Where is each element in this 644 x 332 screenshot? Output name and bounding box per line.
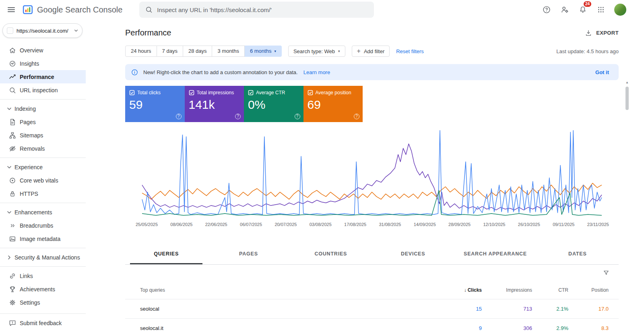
sidebar-item-overview[interactable]: Overview bbox=[0, 44, 86, 57]
sidebar-item-settings[interactable]: Settings bbox=[0, 296, 86, 309]
range-chip-6-months[interactable]: 6 months ▾ bbox=[245, 46, 282, 57]
table-row[interactable]: seolocal 15 713 2.1% 17.0 bbox=[125, 299, 619, 319]
download-icon bbox=[584, 29, 592, 37]
help-button[interactable] bbox=[539, 2, 555, 18]
performance-chart[interactable]: 25/05/2025 08/06/2025 22/06/2025 06/07/2… bbox=[125, 122, 619, 227]
ctr-cell: 2.9% bbox=[532, 325, 568, 331]
column-impressions[interactable]: Impressions bbox=[482, 287, 532, 293]
banner-text: New! Right-click the chart to add a cust… bbox=[143, 69, 298, 75]
range-chip-24-hours[interactable]: 24 hours bbox=[125, 46, 157, 57]
query-cell: seolocal.it bbox=[140, 325, 433, 331]
sidebar: https://seolocal.it.com/ Overview Insigh… bbox=[0, 19, 86, 332]
url-inspect-searchbox[interactable] bbox=[139, 2, 374, 18]
checkbox-checked-icon[interactable] bbox=[248, 90, 254, 95]
tab-search-appearance[interactable]: SEARCH APPEARANCE bbox=[454, 244, 536, 264]
reset-filters-link[interactable]: Reset filters bbox=[396, 48, 424, 54]
google-apps-button[interactable] bbox=[593, 2, 609, 18]
ctr-cell: 2.1% bbox=[532, 306, 568, 312]
scrollbar-thumb[interactable] bbox=[625, 87, 629, 110]
help-icon[interactable]: ? bbox=[354, 114, 359, 119]
sidebar-section-indexing[interactable]: Indexing bbox=[0, 102, 86, 115]
column-position[interactable]: Position bbox=[568, 287, 609, 293]
dimension-tabs: QUERIES PAGES COUNTRIES DEVICES SEARCH A… bbox=[125, 244, 619, 265]
average-position-card[interactable]: Average position 69 ? bbox=[303, 86, 363, 122]
sitemap-icon bbox=[8, 131, 17, 139]
sidebar-divider bbox=[0, 203, 86, 203]
range-chip-28-days[interactable]: 28 days bbox=[183, 46, 213, 57]
clicks-cell: 15 bbox=[433, 306, 482, 312]
search-console-logo-icon bbox=[23, 4, 33, 15]
chart-x-axis: 25/05/2025 08/06/2025 22/06/2025 06/07/2… bbox=[125, 221, 619, 227]
feedback-icon bbox=[8, 319, 17, 327]
average-ctr-card[interactable]: Average CTR 0% ? bbox=[244, 86, 303, 122]
magnifier-icon bbox=[8, 86, 17, 94]
sidebar-divider bbox=[0, 158, 86, 158]
column-clicks-sorted[interactable]: ↓Clicks bbox=[433, 287, 482, 293]
funnel-filter-icon[interactable] bbox=[603, 269, 610, 276]
add-filter-chip[interactable]: + Add filter bbox=[352, 46, 390, 57]
user-settings-icon bbox=[560, 5, 569, 14]
search-icon bbox=[145, 6, 153, 14]
scrollbar-up-arrow[interactable]: ▲ bbox=[625, 81, 630, 85]
range-chip-3-months[interactable]: 3 months bbox=[212, 46, 244, 57]
help-icon[interactable]: ? bbox=[295, 114, 300, 119]
chevron-down-icon bbox=[7, 210, 12, 215]
sidebar-item-breadcrumbs[interactable]: Breadcrumbs bbox=[0, 219, 86, 232]
range-chip-7-days[interactable]: 7 days bbox=[157, 46, 183, 57]
export-button[interactable]: EXPORT bbox=[584, 29, 619, 37]
sidebar-item-pages[interactable]: Pages bbox=[0, 115, 86, 129]
chevron-down-icon bbox=[7, 106, 12, 111]
checkbox-checked-icon[interactable] bbox=[129, 90, 135, 95]
sidebar-section-enhancements[interactable]: Enhancements bbox=[0, 205, 86, 219]
help-icon[interactable]: ? bbox=[176, 114, 182, 119]
table-row[interactable]: seolocal.it 9 306 2.9% 8.3 bbox=[125, 319, 619, 332]
table-filter-row bbox=[125, 265, 619, 281]
app-logo[interactable]: Google Search Console bbox=[23, 4, 122, 15]
sidebar-item-submit-feedback[interactable]: Submit feedback bbox=[0, 316, 86, 330]
sidebar-item-image-metadata[interactable]: Image metadata bbox=[0, 232, 86, 245]
sidebar-divider bbox=[0, 248, 86, 248]
sidebar-item-links[interactable]: Links bbox=[0, 269, 86, 282]
hamburger-icon bbox=[8, 7, 15, 12]
performance-chart-svg[interactable] bbox=[125, 122, 619, 221]
image-icon bbox=[8, 235, 17, 243]
column-top-queries[interactable]: Top queries bbox=[140, 287, 433, 293]
main-content: Performance EXPORT 24 hours 7 days 28 da… bbox=[86, 19, 644, 332]
scrollbar[interactable]: ▲ bbox=[625, 81, 630, 330]
total-clicks-card[interactable]: Total clicks 59 ? bbox=[125, 86, 185, 122]
checkbox-checked-icon[interactable] bbox=[189, 90, 194, 95]
url-inspect-input[interactable] bbox=[157, 6, 368, 13]
avatar[interactable] bbox=[614, 4, 626, 16]
sort-descending-icon: ↓ bbox=[464, 287, 466, 293]
tab-pages[interactable]: PAGES bbox=[207, 244, 289, 264]
sidebar-item-core-web-vitals[interactable]: Core web vitals bbox=[0, 174, 86, 187]
plus-icon: + bbox=[357, 48, 361, 54]
help-icon[interactable]: ? bbox=[235, 114, 241, 119]
hamburger-menu-button[interactable] bbox=[3, 2, 19, 18]
got-it-button[interactable]: Got it bbox=[591, 69, 613, 75]
sidebar-section-security[interactable]: Security & Manual Actions bbox=[0, 251, 86, 264]
learn-more-link[interactable]: Learn more bbox=[303, 69, 330, 75]
page-title: Performance bbox=[125, 28, 171, 37]
notifications-button[interactable]: 24 bbox=[575, 2, 591, 18]
sidebar-item-achievements[interactable]: Achievements bbox=[0, 282, 86, 296]
chevron-right-icon bbox=[7, 255, 12, 260]
sidebar-section-experience[interactable]: Experience bbox=[0, 160, 86, 174]
sidebar-item-insights[interactable]: Insights bbox=[0, 57, 86, 70]
sidebar-item-https[interactable]: HTTPS bbox=[0, 187, 86, 200]
total-impressions-card[interactable]: Total impressions 141k ? bbox=[185, 86, 244, 122]
tab-countries[interactable]: COUNTRIES bbox=[290, 244, 372, 264]
sidebar-item-sitemaps[interactable]: Sitemaps bbox=[0, 129, 86, 142]
search-type-chip[interactable]: Search type: Web ▾ bbox=[288, 46, 345, 57]
tab-queries[interactable]: QUERIES bbox=[125, 244, 207, 264]
property-selector[interactable]: https://seolocal.it.com/ bbox=[2, 23, 83, 38]
tab-dates[interactable]: DATES bbox=[537, 244, 619, 264]
average-position-value: 69 bbox=[308, 98, 359, 112]
column-ctr[interactable]: CTR bbox=[532, 287, 568, 293]
manage-users-button[interactable] bbox=[557, 2, 573, 18]
sidebar-item-performance[interactable]: Performance bbox=[0, 70, 86, 83]
tab-devices[interactable]: DEVICES bbox=[372, 244, 454, 264]
checkbox-checked-icon[interactable] bbox=[308, 90, 313, 95]
sidebar-item-removals[interactable]: Removals bbox=[0, 142, 86, 155]
sidebar-item-url-inspection[interactable]: URL inspection bbox=[0, 83, 86, 97]
